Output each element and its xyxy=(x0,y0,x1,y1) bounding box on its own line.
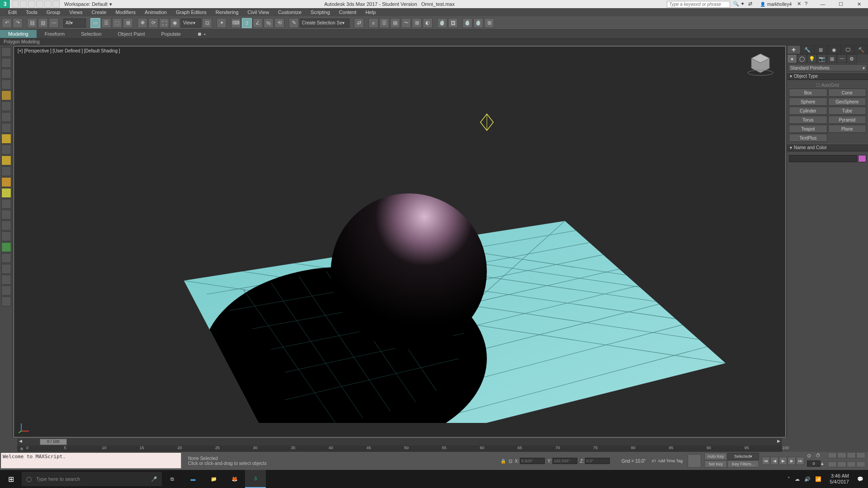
menu-scripting[interactable]: Scripting xyxy=(306,8,335,16)
coord-x-input[interactable] xyxy=(520,458,545,464)
nav-pan[interactable] xyxy=(837,461,846,467)
frame-spinner[interactable]: ▴ xyxy=(821,460,826,467)
nav-fov[interactable] xyxy=(828,461,837,467)
goto-end-button[interactable]: ⏭ xyxy=(796,457,804,465)
help-search-input[interactable] xyxy=(667,1,730,8)
select-manipulate-button[interactable]: ✦ xyxy=(217,18,226,28)
sub-systems[interactable]: ⚙ xyxy=(847,54,857,63)
percent-snap-button[interactable]: % xyxy=(264,18,274,28)
tray-volume-icon[interactable]: 🔊 xyxy=(804,476,811,482)
render-iterative-button[interactable]: 🍵 xyxy=(473,18,483,28)
sub-geometry[interactable]: ● xyxy=(787,54,797,63)
obj-plane[interactable]: Plane xyxy=(828,125,867,133)
obj-geosphere[interactable]: GeoSphere xyxy=(828,98,867,106)
taskbar-explorer[interactable]: ▬ xyxy=(183,470,203,488)
viewport-label[interactable]: [+] [Perspective ] [User Defined ] [Defa… xyxy=(18,48,120,53)
coord-y-input[interactable] xyxy=(552,458,577,464)
tab-object-paint[interactable]: Object Paint xyxy=(110,30,153,38)
nav-zoom-ext[interactable] xyxy=(847,452,856,458)
tab-freeform[interactable]: Freeform xyxy=(37,30,73,38)
lt-17[interactable] xyxy=(1,221,11,230)
start-button[interactable]: ⊞ xyxy=(0,470,22,488)
tab-hierarchy[interactable]: ⊞ xyxy=(814,45,828,54)
nav-zoom-all[interactable] xyxy=(837,452,846,458)
toggle-ribbon-button[interactable]: ▤ xyxy=(390,18,400,28)
lt-19[interactable] xyxy=(1,242,11,252)
qat-undo-icon[interactable] xyxy=(36,0,43,8)
menu-tools[interactable]: Tools xyxy=(21,8,42,16)
scale-button[interactable]: ⛶ xyxy=(159,18,169,28)
obj-cone[interactable]: Cone xyxy=(828,89,867,97)
lt-15[interactable] xyxy=(1,199,11,209)
tab-modify[interactable]: 🔧 xyxy=(801,45,814,54)
snap-toggle-button[interactable]: 3 xyxy=(242,18,252,28)
task-view-button[interactable]: ⧉ xyxy=(162,470,183,488)
menu-civil-view[interactable]: Civil View xyxy=(243,8,274,16)
material-editor-button[interactable]: ◐ xyxy=(423,18,433,28)
mic-icon[interactable]: 🎤 xyxy=(151,476,157,482)
tray-network-icon[interactable]: 📶 xyxy=(815,476,821,482)
help-icon[interactable]: ? xyxy=(805,1,811,7)
schematic-view-button[interactable]: ⊞ xyxy=(412,18,422,28)
taskbar-search[interactable]: ◯ Type here to search 🎤 xyxy=(22,472,162,486)
maxscript-listener[interactable]: Welcome to MAXScript. xyxy=(0,452,181,469)
sub-cameras[interactable]: 📷 xyxy=(817,54,827,63)
menu-modifiers[interactable]: Modifiers xyxy=(111,8,140,16)
user-account[interactable]: 👤 markholley4 xyxy=(757,2,794,7)
menu-animation[interactable]: Animation xyxy=(140,8,171,16)
obj-tube[interactable]: Tube xyxy=(828,107,867,115)
select-by-name-button[interactable]: ☰ xyxy=(101,18,111,28)
edit-named-sel-button[interactable]: ✎ xyxy=(289,18,299,28)
window-crossing-button[interactable]: ⊞ xyxy=(123,18,133,28)
taskbar-firefox[interactable]: 🦊 xyxy=(224,470,245,488)
play-button[interactable]: ▶ xyxy=(779,457,787,465)
nav-zoom[interactable] xyxy=(828,452,837,458)
ref-coord-dropdown[interactable]: View ▾ xyxy=(181,19,201,28)
tab-display[interactable]: 🖵 xyxy=(841,45,854,54)
menu-views[interactable]: Views xyxy=(65,8,87,16)
keyboard-shortcut-button[interactable]: ⌨ xyxy=(231,18,241,28)
set-key-big-button[interactable] xyxy=(688,454,701,468)
taskbar-files[interactable]: 📁 xyxy=(203,470,224,488)
render-production-button[interactable]: 🍵 xyxy=(462,18,472,28)
autokey-button[interactable]: Auto Key xyxy=(704,453,727,460)
lock-icon[interactable]: 🔒 xyxy=(500,459,506,464)
menu-graph-editors[interactable]: Graph Editors xyxy=(171,8,211,16)
obj-sphere[interactable]: Sphere xyxy=(789,98,827,106)
lt-04[interactable] xyxy=(1,80,11,89)
add-time-tag[interactable]: Add Time Tag xyxy=(658,459,683,463)
menu-edit[interactable]: Edit xyxy=(4,8,21,16)
time-slider-handle[interactable]: 0 / 100 xyxy=(40,439,67,445)
lt-02[interactable] xyxy=(1,58,11,68)
render-activeshade-button[interactable]: ⊞ xyxy=(484,18,494,28)
curve-editor-button[interactable]: 〜 xyxy=(401,18,411,28)
tray-cloud-icon[interactable]: ☁ xyxy=(795,476,800,482)
lt-08[interactable] xyxy=(1,123,11,133)
time-config-button[interactable]: ⏱ xyxy=(816,453,824,460)
object-name-input[interactable] xyxy=(789,155,857,162)
keymode-dropdown[interactable]: Selected ▾ xyxy=(727,453,759,460)
lt-18[interactable] xyxy=(1,231,11,241)
qat-save-icon[interactable] xyxy=(28,0,35,8)
current-frame-input[interactable] xyxy=(807,460,821,467)
sub-shapes[interactable]: ◯ xyxy=(797,54,807,63)
tab-motion[interactable]: ◉ xyxy=(827,45,841,54)
qat-new-icon[interactable] xyxy=(12,0,19,8)
coord-z-input[interactable] xyxy=(585,458,610,464)
search-icon[interactable]: 🔍 xyxy=(733,1,739,7)
workspace-selector[interactable]: Workspace: Default ▾ xyxy=(64,1,112,7)
tab-create[interactable]: ✚ xyxy=(787,45,801,54)
next-frame-button[interactable]: ▶ xyxy=(788,457,796,465)
lt-22[interactable] xyxy=(1,275,11,285)
spinner-snap-button[interactable]: ⟲ xyxy=(274,18,284,28)
tray-chevron-icon[interactable]: ˄ xyxy=(788,476,790,482)
lt-14[interactable] xyxy=(1,188,11,198)
setkey-button[interactable]: Set Key xyxy=(704,460,727,468)
unlink-button[interactable]: ⛓ xyxy=(38,18,48,28)
named-selection-dropdown[interactable]: Create Selection Se ▾ xyxy=(300,19,349,28)
rollout-name-color[interactable]: ▾ Name and Color xyxy=(787,144,868,151)
lt-20[interactable] xyxy=(1,253,11,263)
sub-spacewarps[interactable]: 〰 xyxy=(837,54,847,63)
isolate-icon[interactable]: ⊡ xyxy=(509,459,512,464)
lt-12[interactable] xyxy=(1,166,11,176)
